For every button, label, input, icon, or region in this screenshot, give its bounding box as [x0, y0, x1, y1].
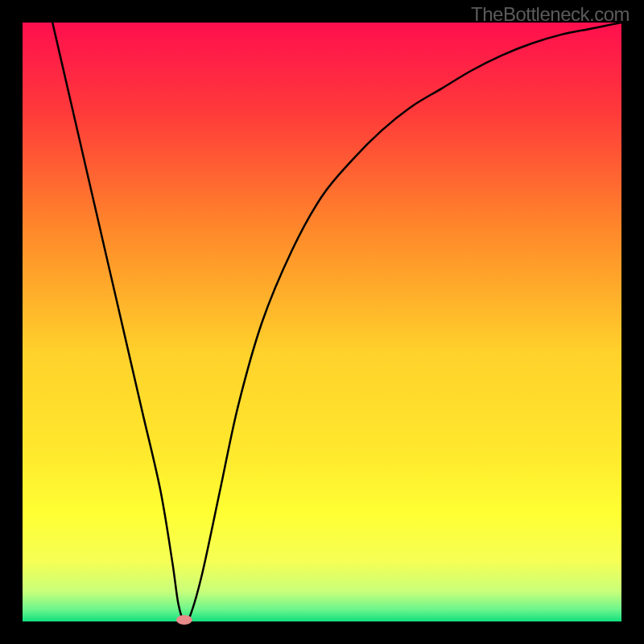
- minimum-marker: [176, 615, 192, 625]
- watermark-text: TheBottleneck.com: [471, 3, 630, 26]
- plot-area: [23, 23, 621, 621]
- chart-svg: [0, 0, 644, 644]
- bottleneck-chart: TheBottleneck.com: [0, 0, 644, 644]
